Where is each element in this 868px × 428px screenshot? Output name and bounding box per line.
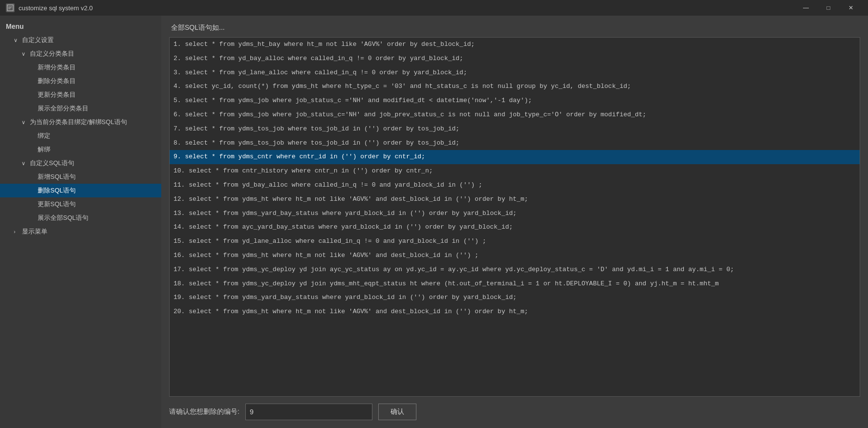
sidebar-item-label: 自定义SQL语句 [30, 159, 74, 168]
sidebar-section-main: ∨ 自定义设置 ∨ 自定义分类条目 新增分类条目 删除分类条目 更新分类条目 [0, 33, 161, 238]
menu-header: Menu [0, 20, 161, 33]
table-row[interactable]: 13. select * from ydms_yard_bay_status w… [170, 207, 860, 221]
main-container: Menu ∨ 自定义设置 ∨ 自定义分类条目 新增分类条目 删除分类条目 更新分… [0, 16, 868, 428]
sidebar-item-delete-sql[interactable]: 删除SQL语句 [0, 184, 161, 197]
expand-icon: › [14, 229, 20, 235]
expand-icon: ∨ [22, 160, 27, 167]
sidebar-item-label: 新增分类条目 [38, 63, 76, 72]
sidebar-item-delete-category[interactable]: 删除分类条目 [0, 74, 161, 88]
sidebar-item-label: 展示全部SQL语句 [38, 214, 88, 222]
table-row[interactable]: 9. select * from ydms_cntr where cntr_id… [170, 150, 860, 164]
sidebar-item-unbind[interactable]: 解绑 [0, 143, 161, 156]
sidebar-item-label: 自定义设置 [22, 36, 54, 44]
sidebar-item-label: 展示全部分类条目 [38, 104, 88, 113]
table-row[interactable]: 17. select * from ydms_yc_deploy yd join… [170, 263, 860, 277]
expand-icon: ∨ [22, 119, 27, 126]
sql-list-panel[interactable]: 1. select * from ydms_ht_bay where ht_m … [169, 37, 860, 397]
sidebar-item-custom-settings[interactable]: ∨ 自定义设置 [0, 33, 161, 47]
sidebar-item-custom-category[interactable]: ∨ 自定义分类条目 [0, 47, 161, 61]
sidebar-item-label: 自定义分类条目 [30, 49, 74, 58]
sidebar-item-update-sql[interactable]: 更新SQL语句 [0, 197, 161, 211]
sidebar-item-label: 删除分类条目 [38, 77, 76, 86]
window-controls: — □ ✕ [795, 0, 862, 16]
sidebar-item-bind-sql[interactable]: ∨ 为当前分类条目绑定/解绑SQL语句 [0, 115, 161, 129]
table-row[interactable]: 8. select * from ydms_tos_job where tos_… [170, 136, 860, 150]
close-button[interactable]: ✕ [840, 0, 862, 16]
sidebar-item-label: 为当前分类条目绑定/解绑SQL语句 [30, 118, 127, 127]
delete-id-input[interactable] [245, 404, 372, 420]
table-row[interactable]: 18. select * from ydms_yc_deploy yd join… [170, 277, 860, 291]
sidebar-item-label: 解绑 [38, 145, 50, 154]
table-row[interactable]: 1. select * from ydms_ht_bay where ht_m … [170, 38, 860, 52]
sidebar-item-bind[interactable]: 绑定 [0, 129, 161, 143]
table-row[interactable]: 12. select * from ydms_ht where ht_m not… [170, 193, 860, 207]
confirm-button[interactable]: 确认 [378, 404, 416, 420]
table-row[interactable]: 20. select * from ydms_ht where ht_m not… [170, 305, 860, 319]
sidebar-item-show-sql[interactable]: 展示全部SQL语句 [0, 211, 161, 225]
table-row[interactable]: 7. select * from ydms_tos_job where tos_… [170, 122, 860, 136]
bottom-label: 请确认您想删除的编号: [169, 407, 239, 416]
table-row[interactable]: 14. select * from ayc_yard_bay_status wh… [170, 220, 860, 235]
table-row[interactable]: 3. select * from yd_lane_alloc where cal… [170, 66, 860, 80]
sidebar-item-show-category[interactable]: 展示全部分类条目 [0, 102, 161, 115]
app-icon [6, 3, 15, 12]
table-row[interactable]: 16. select * from ydms_ht where ht_m not… [170, 249, 860, 263]
table-row[interactable]: 19. select * from ydms_yard_bay_status w… [170, 291, 860, 305]
content-area: 全部SQL语句如... 1. select * from ydms_ht_bay… [161, 16, 868, 428]
table-row[interactable]: 15. select * from yd_lane_alloc where ca… [170, 235, 860, 249]
expand-icon: ∨ [22, 51, 27, 57]
sidebar-item-label: 删除SQL语句 [38, 186, 76, 195]
table-row[interactable]: 2. select * from yd_bay_alloc where call… [170, 52, 860, 66]
sidebar-item-label: 更新分类条目 [38, 90, 76, 99]
sidebar-item-custom-sql[interactable]: ∨ 自定义SQL语句 [0, 156, 161, 170]
titlebar: customize sql system v2.0 — □ ✕ [0, 0, 868, 16]
maximize-button[interactable]: □ [817, 0, 840, 16]
table-row[interactable]: 11. select * from yd_bay_alloc where cal… [170, 178, 860, 193]
expand-icon: ∨ [14, 37, 20, 43]
table-row[interactable]: 10. select * from cntr_history where cnt… [170, 164, 860, 178]
minimize-button[interactable]: — [795, 0, 817, 16]
window-title: customize sql system v2.0 [19, 4, 795, 12]
sidebar-item-label: 显示菜单 [22, 227, 47, 236]
content-title: 全部SQL语句如... [169, 23, 860, 32]
sidebar-item-add-category[interactable]: 新增分类条目 [0, 61, 161, 74]
sidebar-item-label: 更新SQL语句 [38, 200, 76, 209]
sidebar-item-add-sql[interactable]: 新增SQL语句 [0, 170, 161, 184]
table-row[interactable]: 5. select * from ydms_job where job_stat… [170, 94, 860, 108]
sidebar-item-update-category[interactable]: 更新分类条目 [0, 88, 161, 102]
table-row[interactable]: 4. select yc_id, count(*) from ydms_ht w… [170, 80, 860, 94]
sidebar-item-label: 新增SQL语句 [38, 172, 76, 181]
bottom-bar: 请确认您想删除的编号: 确认 [169, 404, 860, 420]
sidebar-item-show-menu[interactable]: › 显示菜单 [0, 225, 161, 238]
sidebar-item-label: 绑定 [38, 131, 50, 140]
table-row[interactable]: 6. select * from ydms_job where job_stat… [170, 108, 860, 122]
sidebar: Menu ∨ 自定义设置 ∨ 自定义分类条目 新增分类条目 删除分类条目 更新分… [0, 16, 161, 428]
